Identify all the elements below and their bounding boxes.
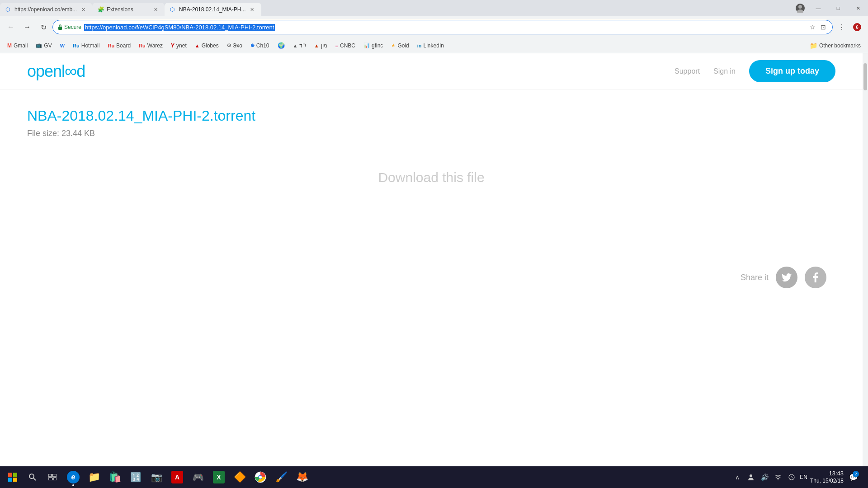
board-icon: Ru bbox=[108, 43, 114, 48]
tab-close-2[interactable]: ✕ bbox=[152, 6, 159, 13]
bookmark-yad[interactable]: ▲ י"ד bbox=[289, 40, 310, 51]
hotmail-icon: Ru bbox=[73, 43, 80, 48]
paint-icon: 🖌️ bbox=[275, 471, 288, 483]
notif-badge: 2 bbox=[853, 471, 859, 477]
language-indicator[interactable]: EN bbox=[800, 474, 807, 480]
omnibox[interactable]: Secure https://openload.co/f/eWCiP4gSM80… bbox=[52, 20, 833, 34]
tab-title-2: Extensions bbox=[107, 6, 149, 13]
taskbar-edge-app[interactable]: e bbox=[63, 467, 83, 487]
taskbar-game-app[interactable]: 🎮 bbox=[188, 467, 208, 487]
start-button[interactable] bbox=[4, 468, 22, 486]
address-bar: ← → ↻ Secure https://openload.co/f/eWCiP… bbox=[0, 16, 868, 38]
chrome-menu-button[interactable]: ⋮ bbox=[835, 20, 849, 34]
taskbar-files-app[interactable]: 📁 bbox=[84, 467, 104, 487]
taskbar-clock[interactable]: 13:43 Thu, 15/02/18 bbox=[810, 470, 844, 484]
bookmark-star-icon[interactable]: ☆ bbox=[808, 23, 817, 32]
bookmark-gfinc[interactable]: 📊 gfinc bbox=[360, 40, 387, 51]
chrome-browser: ⬡ https://openload.co/emb... ✕ 🧩 Extensi… bbox=[0, 0, 868, 488]
bookmark-nion[interactable]: ▲ ניון bbox=[311, 40, 331, 51]
taskbar: e 📁 🛍️ 🔢 📷 A 🎮 bbox=[0, 466, 868, 488]
omnibox-icons: ☆ ⊡ bbox=[808, 23, 828, 32]
vlc-icon: 🔶 bbox=[233, 471, 246, 483]
minimize-button[interactable]: — bbox=[808, 1, 828, 15]
other-bookmarks[interactable]: 📁 Other bookmarks bbox=[806, 40, 864, 51]
globes-icon: ▲ bbox=[195, 43, 200, 48]
ol-nav: Support Sign in Sign up today bbox=[675, 60, 835, 82]
svg-rect-14 bbox=[48, 478, 52, 480]
sign-in-link[interactable]: Sign in bbox=[713, 67, 736, 75]
bookmark-globes[interactable]: ▲ Globes bbox=[191, 40, 222, 51]
twitter-share-button[interactable] bbox=[776, 267, 797, 288]
bookmark-word[interactable]: W bbox=[57, 40, 68, 51]
taskbar-acrobat-app[interactable]: A bbox=[167, 467, 187, 487]
bookmark-linkedin[interactable]: in LinkedIn bbox=[414, 40, 448, 51]
tab-extensions[interactable]: 🧩 Extensions ✕ bbox=[92, 3, 165, 16]
forward-button[interactable]: → bbox=[20, 20, 34, 34]
bookmark-gold[interactable]: ★ Gold bbox=[387, 40, 412, 51]
taskbar-firefox-app[interactable]: 🦊 bbox=[292, 467, 312, 487]
tray-clock-icon[interactable] bbox=[786, 472, 797, 483]
bookmark-gmail[interactable]: M Gmail bbox=[4, 40, 31, 51]
support-link[interactable]: Support bbox=[675, 67, 700, 75]
back-button[interactable]: ← bbox=[4, 20, 18, 34]
bookmark-linkedin-label: LinkedIn bbox=[424, 42, 444, 49]
scrollbar-thumb[interactable] bbox=[863, 63, 867, 90]
echo-icon: ⊙ bbox=[227, 42, 231, 48]
bookmark-globe[interactable]: 🌍 bbox=[274, 40, 288, 51]
cast-icon[interactable]: ⊡ bbox=[819, 23, 828, 32]
toolbar-right: ⋮ 6 bbox=[835, 20, 864, 34]
taskbar-chrome-app[interactable] bbox=[250, 467, 270, 487]
bookmark-gv[interactable]: 📺 GV bbox=[32, 40, 55, 51]
media-icon: 📷 bbox=[150, 471, 163, 483]
tray-volume-icon[interactable]: 🔊 bbox=[759, 472, 770, 483]
tab-nba-torrent[interactable]: ⬡ NBA-2018.02.14_MIA-PH... ✕ bbox=[165, 3, 261, 16]
search-button[interactable] bbox=[24, 468, 42, 486]
task-view-button[interactable] bbox=[43, 468, 61, 486]
bookmark-ynet-label: ynet bbox=[176, 42, 187, 49]
bookmark-board-label: Board bbox=[116, 42, 131, 49]
gold-icon: ★ bbox=[391, 42, 396, 48]
buttons-area: FREE DOWNLOAD Click to continue 💡 Turn o… bbox=[27, 203, 835, 258]
sign-up-button[interactable]: Sign up today bbox=[749, 60, 835, 82]
bookmark-ch10[interactable]: ⊕ Ch10 bbox=[247, 40, 273, 51]
bookmark-yad-label: י"ד bbox=[299, 42, 306, 49]
notification-button[interactable]: 💬 2 bbox=[846, 468, 861, 486]
tab-close-3[interactable]: ✕ bbox=[249, 6, 256, 13]
tray-show-hidden[interactable]: ∧ bbox=[732, 472, 743, 483]
other-bookmarks-label: Other bookmarks bbox=[819, 42, 861, 49]
taskbar-vlc-app[interactable]: 🔶 bbox=[230, 467, 250, 487]
tray-person-icon[interactable] bbox=[745, 472, 756, 483]
extensions-area[interactable]: 6 bbox=[850, 20, 864, 34]
taskbar-media-app[interactable]: 📷 bbox=[146, 467, 166, 487]
tray-network-icon[interactable] bbox=[773, 472, 783, 483]
url-display: https://openload.co/f/eWCiP4gSM80/NBA-20… bbox=[84, 24, 805, 31]
bookmark-board[interactable]: Ru Board bbox=[104, 40, 134, 51]
svg-point-1 bbox=[798, 5, 802, 9]
bookmark-hotmail-label: Hotmail bbox=[81, 42, 100, 49]
tab-openload-embed[interactable]: ⬡ https://openload.co/emb... ✕ bbox=[0, 3, 92, 16]
taskbar-paint-app[interactable]: 🖌️ bbox=[271, 467, 291, 487]
bookmark-echo[interactable]: ⊙ Эхо bbox=[223, 40, 246, 51]
svg-rect-9 bbox=[13, 478, 17, 482]
svg-rect-3 bbox=[58, 27, 62, 30]
tab-favicon-2: 🧩 bbox=[98, 6, 104, 13]
taskbar-store-app[interactable]: 🛍️ bbox=[105, 467, 125, 487]
cnbc-icon: ≡ bbox=[335, 43, 338, 48]
close-button[interactable]: ✕ bbox=[848, 1, 868, 15]
new-tab-button[interactable] bbox=[261, 4, 274, 16]
facebook-share-button[interactable] bbox=[805, 267, 826, 288]
taskbar-calc-app[interactable]: 🔢 bbox=[126, 467, 146, 487]
scrollbar[interactable] bbox=[863, 53, 868, 466]
profile-button[interactable] bbox=[792, 0, 808, 16]
bookmark-hotmail[interactable]: Ru Hotmail bbox=[69, 40, 103, 51]
tab-close-1[interactable]: ✕ bbox=[80, 6, 87, 13]
bookmark-warez[interactable]: Ru Warez bbox=[135, 40, 166, 51]
taskbar-excel-app[interactable]: X bbox=[209, 467, 229, 487]
bookmark-ynet[interactable]: Y ynet bbox=[167, 40, 190, 51]
linkedin-icon: in bbox=[417, 43, 422, 48]
reload-button[interactable]: ↻ bbox=[36, 20, 51, 34]
acrobat-icon: A bbox=[171, 471, 183, 483]
maximize-button[interactable]: □ bbox=[828, 1, 848, 15]
bookmark-cnbc-label: CNBC bbox=[340, 42, 355, 49]
bookmark-cnbc[interactable]: ≡ CNBC bbox=[332, 40, 359, 51]
